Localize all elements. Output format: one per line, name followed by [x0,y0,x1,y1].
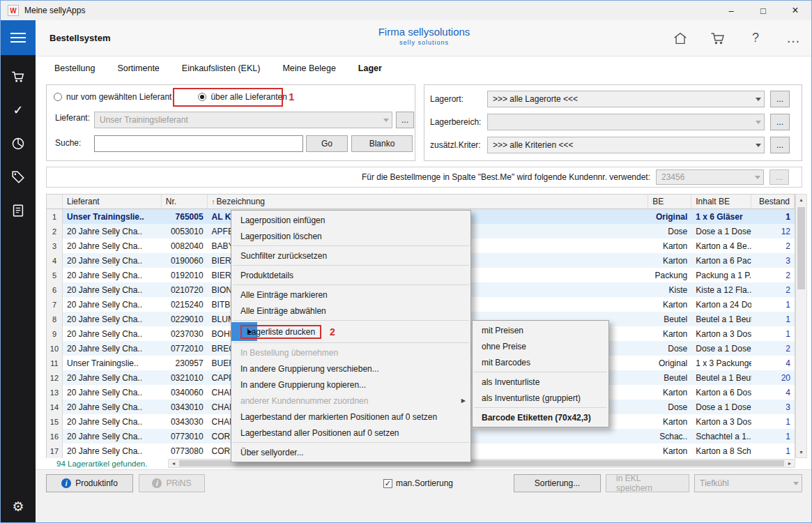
cell-inhalt: Karton a 3 Dose [691,326,751,341]
menu-item-ohne-preise[interactable]: ohne Preise [473,338,608,354]
chevron-down-icon [756,121,761,124]
lagerort-dropdown[interactable]: >>> alle Lagerorte <<< [487,91,765,107]
search-input[interactable] [94,135,303,152]
menu-item-in-andere-gruppierung-verschieben[interactable]: In andere Gruppierung verschieben... [231,361,470,377]
cell-bestand: 2 [751,238,795,253]
tab-sortimente[interactable]: Sortimente [117,63,159,73]
lager-filter-group: Lagerort: >>> alle Lagerorte <<< ... Lag… [424,84,802,161]
lagerbereich-more-button[interactable]: ... [770,114,790,130]
cell-bestand: 1 [751,429,795,444]
sortierung-button[interactable]: Sortierung... [514,474,601,492]
tab-meine-belege[interactable]: Meine Belege [282,63,335,73]
menu-item-lagerliste-drucken[interactable]: Lagerliste drucken2▶ [231,322,257,341]
menu-item-als-inventurliste-gruppiert[interactable]: als Inventurliste (gruppiert) [473,390,608,406]
cart-icon[interactable] [710,30,726,47]
menu-separator [474,407,607,408]
cell-lieferant: Unser Trainingslie.. [63,209,162,224]
menu-item-lagerbestand-der-markierten-positionen-auf-0-setzen[interactable]: Lagerbestand der markierten Positionen a… [231,409,470,425]
menu-separator [233,285,469,285]
menu-item-lagerposition-löschen[interactable]: Lagerposition löschen [231,228,470,244]
column-header-nr[interactable]: Nr. [162,195,208,209]
lieferant-more-button[interactable]: ... [396,112,414,128]
cell-be: Dose [648,400,691,414]
maximize-button[interactable]: □ [747,1,779,20]
scrollbar-thumb[interactable] [797,207,805,289]
kundennr-dropdown: 23456 [656,169,764,185]
book-icon[interactable] [10,203,26,218]
tab-einkaufslisten-ekl[interactable]: Einkaufslisten (EKL) [182,63,261,73]
menu-item-alle-einträge-markieren[interactable]: Alle Einträge markieren [231,287,470,303]
column-header-bezeichnung[interactable]: ↑Bezeichnung [208,195,649,209]
vertical-scrollbar[interactable]: ▲ ▼ [795,194,807,458]
column-header-bestand[interactable]: Bestand [751,195,795,209]
column-header-be[interactable]: BE [648,195,691,209]
kriterien-more-button[interactable]: ... [770,137,790,153]
cell-inhalt: Karton a 3 Dose [691,414,751,429]
cell-nr: 0215240 [162,297,208,312]
cell-nr: 0340060 [162,385,208,400]
column-header-rownum[interactable] [47,195,63,209]
menu-item-alle-einträge-abwählen[interactable]: Alle Einträge abwählen [231,303,470,319]
cell-be: Karton [648,414,691,429]
scroll-right-icon[interactable]: ► [785,460,795,467]
menu-item-über-sellyorder[interactable]: Über sellyorder... [231,444,470,460]
menu-item-produktdetails[interactable]: Produktdetails [231,267,470,283]
menu-item-mit-barcodes[interactable]: mit Barcodes [473,354,608,370]
man-sortierung-checkbox[interactable]: ✓ man.Sortierung [383,478,453,488]
menu-separator [474,372,607,372]
menu-item-lagerposition-einfügen[interactable]: Lagerposition einfügen [231,212,470,228]
cell-lieferant: 20 Jahre Selly Cha.. [63,297,162,312]
cell-nr: 0773080 [162,444,208,458]
annotation-box-2: Lagerliste drucken [240,325,321,339]
menu-item-lagerbestand-aller-positionen-auf-0-setzen[interactable]: Lagerbestand aller Positionen auf 0 setz… [231,425,470,441]
radio-nur-vom-gewaehlten-lieferant[interactable]: nur vom gewählten Lieferant [54,92,171,102]
prins-button: i PRiNS [139,474,205,492]
scroll-up-icon[interactable]: ▲ [796,195,806,205]
help-icon[interactable]: ? [747,30,764,47]
radio-selected-icon [198,93,206,101]
tab-lager[interactable]: Lager [358,63,382,73]
more-icon[interactable]: … [785,30,802,47]
gear-icon[interactable]: ⚙ [10,499,26,514]
lagerort-label: Lagerort: [430,94,464,104]
info-icon: i [61,478,71,488]
tag-icon[interactable] [10,169,26,185]
scroll-left-icon[interactable]: ◄ [169,460,178,467]
scroll-down-icon[interactable]: ▼ [796,447,806,457]
close-button[interactable]: × [779,1,811,20]
lagerort-more-button[interactable]: ... [770,91,790,107]
cart-icon[interactable] [10,69,26,84]
cell-inhalt: Karton a 8 Sch.. [691,444,751,458]
status-text: 94 Lagerartikel gefunden. [56,460,147,468]
produktinfo-button[interactable]: i Produktinfo [46,474,133,492]
menu-separator [233,320,469,321]
check-icon: ✓ [385,480,391,487]
checkmark-icon[interactable]: ✓ [10,103,26,118]
tab-bestellung[interactable]: Bestellung [54,63,95,73]
menu-button[interactable] [1,20,36,55]
cell-nr: 0343010 [162,400,208,414]
cell-rownum: 3 [47,238,63,253]
menu-item-suchfilter-zurücksetzen[interactable]: Suchfilter zurücksetzen [231,248,470,264]
menu-item-barcode-etiketten-70x42-3[interactable]: Barcode Etiketten (70x42,3) [473,409,608,425]
cell-lieferant: 20 Jahre Selly Cha.. [63,385,162,400]
go-button[interactable]: Go [306,135,348,152]
print-submenu: mit Preisenohne Preisemit Barcodesals In… [472,320,609,427]
cell-inhalt: Karton a 4 Be.. [691,238,751,253]
home-icon[interactable] [672,30,689,47]
radio-ueber-alle-lieferanten[interactable]: über alle Lieferanten [198,92,286,102]
menu-item-als-inventurliste[interactable]: als Inventurliste [473,374,608,390]
cell-be: Original [648,356,691,370]
minimize-button[interactable]: – [715,1,747,20]
ekl-speichern-button: in EKL speichern [606,474,689,492]
cell-nr: 0229010 [162,312,208,326]
cell-lieferant: 20 Jahre Selly Cha.. [63,238,162,253]
menu-item-mit-preisen[interactable]: mit Preisen [473,322,608,338]
blanko-button[interactable]: Blanko [351,135,413,152]
kriterien-dropdown[interactable]: >>> alle Kriterien <<< [487,137,765,153]
column-header-inhalt-be[interactable]: Inhalt BE [691,195,751,209]
pie-chart-icon[interactable] [10,136,26,151]
menu-item-in-andere-gruppierung-kopieren[interactable]: In andere Gruppierung kopieren... [231,377,470,393]
column-header-lieferant[interactable]: Lieferant [63,195,162,209]
kundennr-info-bar: Für die Bestellmenge in Spalte "Best.Me"… [46,167,802,188]
